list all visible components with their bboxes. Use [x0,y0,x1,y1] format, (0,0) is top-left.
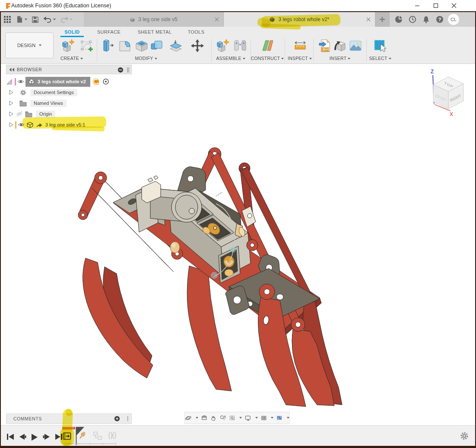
zoom-icon[interactable] [219,413,226,423]
timeline-settings-gear-icon[interactable] [460,431,469,441]
new-component-button[interactable] [60,38,75,54]
app-grid-icon [3,16,11,23]
viewcube[interactable]: Z X TOP FRONT RIGHT [421,66,470,117]
assemble-new-component-button[interactable] [215,38,230,54]
document-tab-2[interactable]: 3 legs robot whole v2* [224,12,375,27]
browser-row-root[interactable]: 3 legs robot whole v2 [6,77,109,86]
joint-button[interactable] [233,38,248,54]
bell-icon [422,16,430,23]
group-label-select[interactable]: SELECT [359,56,402,62]
look-at-icon[interactable] [201,413,208,423]
expand-arrow-icon[interactable] [9,89,13,95]
redo-button[interactable] [60,16,73,23]
tab-close-button[interactable] [365,16,371,22]
new-tab-button[interactable] [375,12,390,27]
dropdown-caret[interactable] [287,417,289,419]
measure-button[interactable] [293,38,308,54]
browser-row-document-settings[interactable]: Document Settings [6,88,77,97]
display-settings-icon[interactable] [244,413,251,423]
group-label-create[interactable]: CREATE [50,56,93,62]
pan-icon[interactable] [210,413,217,423]
viewports-icon[interactable] [276,413,283,423]
insert-feature-item[interactable] [62,431,73,442]
maximize-button[interactable] [430,0,442,11]
extensions-button[interactable] [395,16,403,23]
browser-collapse-icon[interactable] [9,67,15,72]
file-menu-button[interactable] [16,16,27,23]
job-status-button[interactable] [409,16,416,23]
insert-svg-button[interactable]: SVG [317,38,332,54]
offset-face-button[interactable] [168,38,183,54]
derive-button[interactable] [333,38,347,54]
go-to-start-button[interactable] [6,433,16,442]
collapse-triangle-icon[interactable] [6,79,12,85]
document-tab-1[interactable]: 3 leg one side v5 [84,12,224,27]
select-button[interactable] [373,38,387,54]
timeline-track [65,442,121,445]
shell-button[interactable] [134,38,149,54]
joint-feature-item[interactable] [107,431,117,441]
ground-target-icon[interactable] [102,78,109,85]
play-button[interactable] [30,433,39,442]
minimize-icon [415,3,420,8]
comments-add-icon[interactable] [114,416,120,422]
play-icon [30,433,38,442]
move-copy-button[interactable] [190,38,205,54]
undo-button[interactable] [43,16,56,23]
help-button[interactable]: ? [436,16,444,23]
browser-row-origin[interactable]: Origin [6,109,55,119]
dropdown-caret[interactable] [255,417,258,419]
browser-root-item[interactable]: 3 legs robot whole v2 [25,77,90,87]
notifications-button[interactable] [422,16,430,23]
pin-feature-item[interactable] [78,431,87,441]
browser-panel-header[interactable]: BROWSER [6,65,132,74]
derive-icon [333,38,347,53]
visibility-eye-off-icon[interactable] [16,110,23,117]
design-workspace-menu[interactable]: DESIGN [5,32,54,58]
comments-panel[interactable]: COMMENTS [6,413,132,424]
component-cube-icon [28,78,35,85]
step-back-button[interactable] [18,433,28,442]
panel-grip-icon[interactable] [127,416,129,422]
minimize-button[interactable] [411,0,423,11]
navigation-bar [184,412,290,424]
close-button[interactable] [448,0,460,11]
panel-grip-icon[interactable] [127,67,130,73]
construction-plane-button[interactable] [260,38,275,54]
grid-display-icon[interactable] [260,413,267,423]
press-pull-button[interactable] [100,38,115,54]
expand-arrow-icon[interactable] [9,111,13,117]
step-forward-button[interactable] [42,433,52,442]
component-feature-item[interactable] [92,431,103,441]
fit-icon[interactable] [229,413,236,423]
ribbon-tab-surface[interactable]: SURFACE [94,27,124,37]
ribbon-tab-solid[interactable]: SOLID [60,27,84,37]
dropdown-caret[interactable] [196,417,198,419]
browser-row-leg-component[interactable]: 3 leg one side v5:1 [6,120,85,129]
visibility-eye-icon[interactable] [18,121,25,128]
dropdown-caret[interactable] [239,417,242,419]
robot-model[interactable] [1,64,475,425]
combine-button[interactable] [149,38,164,54]
expand-arrow-icon[interactable] [9,100,13,106]
visibility-eye-icon[interactable] [17,78,24,85]
expand-arrow-icon[interactable] [9,122,13,128]
panel-minus-icon[interactable] [117,67,124,73]
group-label-inspect[interactable]: INSPECT [278,56,321,62]
ribbon-tab-sheet-metal[interactable]: SHEET METAL [135,27,175,37]
canvas-button[interactable] [348,38,363,54]
group-label-insert[interactable]: INSERT [318,56,362,62]
user-avatar[interactable]: CL [447,13,460,25]
create-sketch-button[interactable] [79,38,94,54]
ribbon-tab-tools[interactable]: TOOLS [184,27,208,37]
viewport-canvas[interactable]: BROWSER 3 legs robot whole v2 [1,64,475,425]
group-label-modify[interactable]: MODIFY [124,56,168,62]
browser-row-named-views[interactable]: Named Views [6,98,67,108]
orbit-icon[interactable] [185,413,192,423]
app-grid-button[interactable] [3,16,11,23]
tab-close-button[interactable] [214,16,220,22]
save-button[interactable] [32,16,39,23]
dropdown-caret[interactable] [271,417,273,419]
fillet-button[interactable] [117,38,132,54]
tab-close-icon [215,17,219,22]
